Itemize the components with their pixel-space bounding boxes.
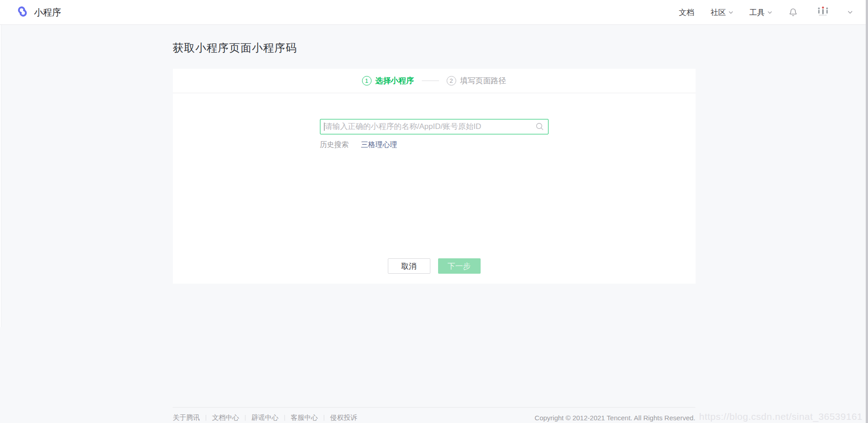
nav-item-tools[interactable]: 工具 [749,7,772,18]
logo-text: 小程序 [34,6,61,19]
nav-label: 工具 [749,7,765,18]
left-gutter [0,25,1,327]
scrollbar[interactable] [866,0,868,423]
footer-link-docs-center[interactable]: 文档中心 [212,413,239,422]
history-item-link[interactable]: 三格理心理 [361,140,397,150]
page-title: 获取小程序页面小程序码 [173,41,696,55]
footer: 关于腾讯 文档中心 辟谣中心 客服中心 侵权投诉 Copyright © 201… [173,407,696,422]
nav-label: 社区 [711,7,726,18]
cancel-button[interactable]: 取消 [388,258,430,274]
chevron-down-icon [768,11,772,14]
footer-divider [324,415,324,421]
footer-link-about-tencent[interactable]: 关于腾讯 [173,413,200,422]
next-step-button[interactable]: 下一步 [438,258,481,274]
account-chevron-down-icon[interactable] [848,10,853,14]
step-fill-page-path: 2 填写页面路径 [447,76,506,86]
nav-item-community[interactable]: 社区 [711,7,733,18]
csdn-watermark: https://blog.csdn.net/sinat_36539161 [699,411,863,422]
stepper: 1 选择小程序 2 填写页面路径 [173,69,696,93]
copyright-text: Copyright © 2012-2021 Tencent. All Right… [534,414,695,422]
footer-link-rumor-center[interactable]: 辟谣中心 [252,413,279,422]
nav-label: 文档 [679,7,694,18]
action-buttons: 取消 下一步 [173,258,696,274]
main-content: 获取小程序页面小程序码 1 选择小程序 2 填写页面路径 [173,41,696,284]
step-2-label: 填写页面路径 [460,76,506,86]
stepper-connector [422,81,439,81]
footer-divider [245,415,246,421]
avatar-caption: SENGLE [819,14,826,16]
notification-bell-icon[interactable] [788,7,798,17]
miniprogram-logo[interactable]: 小程序 [16,5,61,19]
card-content: 历史搜索 三格理心理 取消 下一步 [173,93,696,284]
step-select-miniprogram: 1 选择小程序 [362,76,414,86]
chevron-down-icon [729,11,733,14]
footer-divider [285,415,285,421]
search-icon[interactable] [535,122,544,133]
step-1-label: 选择小程序 [376,76,414,86]
nav-item-docs[interactable]: 文档 [679,7,694,18]
topbar: 小程序 文档 社区 工具 [0,0,868,25]
footer-divider [206,415,206,421]
search-box [320,119,548,134]
avatar-logo-figures [817,6,829,15]
top-nav: 文档 社区 工具 [679,6,853,19]
step-1-circle: 1 [362,76,372,86]
footer-link-service-center[interactable]: 客服中心 [291,413,318,422]
wizard-card: 1 选择小程序 2 填写页面路径 [173,69,696,284]
footer-links: 关于腾讯 文档中心 辟谣中心 客服中心 侵权投诉 [173,413,358,422]
footer-link-infringement[interactable]: 侵权投诉 [330,413,358,422]
miniprogram-logo-icon [16,5,29,19]
step-2-circle: 2 [447,76,456,86]
search-history: 历史搜索 三格理心理 [320,140,548,150]
miniprogram-search-input[interactable] [320,119,548,134]
history-label: 历史搜索 [320,140,349,150]
avatar[interactable]: SENGLE [814,6,831,19]
